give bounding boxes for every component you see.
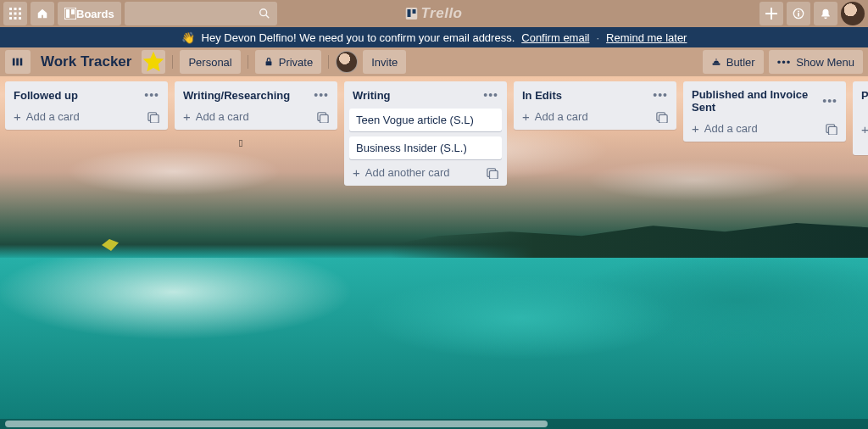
- lock-icon: [264, 57, 274, 67]
- horizontal-scrollbar[interactable]: [0, 419, 868, 429]
- list-title[interactable]: Pa: [861, 89, 868, 102]
- ellipsis-icon: •••: [483, 88, 498, 102]
- svg-rect-5: [19, 13, 21, 15]
- info-icon: [793, 8, 804, 20]
- svg-rect-7: [14, 17, 17, 20]
- star-board-button[interactable]: [142, 50, 165, 74]
- add-card-button[interactable]: +Add a card: [861, 110, 868, 148]
- card-template-button[interactable]: [317, 111, 329, 123]
- svg-rect-27: [151, 114, 159, 123]
- butler-label: Butler: [726, 56, 755, 69]
- board-view-button[interactable]: [5, 50, 31, 74]
- list-title[interactable]: In Edits: [522, 89, 562, 102]
- add-card-button[interactable]: +Add a card: [692, 122, 758, 135]
- invite-button[interactable]: Invite: [363, 50, 406, 74]
- add-card-button[interactable]: +Add a card: [522, 110, 588, 123]
- list-header: In Edits•••: [519, 86, 671, 103]
- add-another-card-button[interactable]: +Add another card: [353, 166, 450, 179]
- plus-icon: [765, 8, 777, 20]
- remind-later-link[interactable]: Remind me later: [606, 31, 687, 44]
- board-member-avatar[interactable]: [336, 51, 358, 73]
- ellipsis-icon: •••: [314, 88, 329, 102]
- butler-button[interactable]: Butler: [703, 50, 764, 74]
- info-button[interactable]: [787, 2, 810, 25]
- svg-rect-23: [265, 61, 271, 65]
- home-button[interactable]: [31, 2, 54, 25]
- visibility-label: Private: [279, 56, 313, 69]
- plus-icon: +: [692, 122, 699, 135]
- notifications-button[interactable]: [814, 2, 837, 25]
- list-footer: +Add a card: [688, 120, 841, 136]
- show-menu-button[interactable]: ••• Show Menu: [769, 50, 863, 74]
- card[interactable]: Business Insider (S.L.): [349, 136, 502, 159]
- board-canvas[interactable]: Followed up•••+Add a cardWriting/Researc…: [0, 76, 868, 186]
- card-template-button[interactable]: [487, 167, 498, 179]
- card-template-button[interactable]: [656, 111, 668, 123]
- card-template-button[interactable]: [147, 111, 159, 123]
- svg-line-13: [266, 15, 270, 19]
- list-header: Writing/Researching•••: [180, 86, 332, 103]
- list-footer: +Add a card: [858, 109, 868, 150]
- svg-rect-3: [9, 13, 12, 15]
- list-menu-button[interactable]: •••: [822, 94, 837, 108]
- scrollbar-thumb[interactable]: [5, 421, 548, 427]
- list-footer: +Add another card: [349, 164, 502, 181]
- trello-logo[interactable]: Trello: [406, 5, 463, 22]
- list-title[interactable]: Writing: [353, 89, 391, 102]
- star-icon: [142, 50, 165, 74]
- svg-rect-16: [413, 9, 416, 14]
- add-card-button[interactable]: +Add a card: [183, 110, 249, 123]
- board-header: Work Tracker Personal Private Invite But…: [0, 47, 868, 76]
- svg-rect-11: [71, 9, 75, 14]
- add-card-label: Add a card: [704, 122, 758, 135]
- create-button[interactable]: [760, 2, 783, 25]
- banner-wave-icon: 👋: [181, 31, 195, 44]
- trello-logo-text: Trello: [421, 5, 463, 22]
- list: Followed up•••+Add a card: [5, 81, 168, 130]
- search-input[interactable]: [125, 2, 277, 25]
- list-footer: +Add a card: [180, 109, 332, 125]
- list-title[interactable]: Followed up: [14, 89, 78, 102]
- butler-icon: [711, 57, 721, 67]
- visibility-button[interactable]: Private: [255, 50, 321, 74]
- list-menu-button[interactable]: •••: [483, 88, 498, 102]
- confirm-email-link[interactable]: Confirm email: [521, 31, 589, 44]
- list-title[interactable]: Writing/Researching: [183, 89, 290, 102]
- confirm-email-banner: 👋 Hey Devon Delfino! We need you to conf…: [0, 27, 868, 47]
- plus-icon: +: [183, 110, 191, 123]
- card-template-button[interactable]: [826, 123, 837, 135]
- board-title[interactable]: Work Tracker: [36, 53, 136, 70]
- invite-label: Invite: [371, 56, 398, 69]
- bell-icon: [820, 8, 832, 20]
- svg-rect-8: [19, 17, 21, 20]
- svg-rect-19: [798, 13, 799, 16]
- user-avatar[interactable]: [841, 2, 865, 25]
- add-card-label: Add another card: [365, 166, 450, 179]
- list-footer: +Add a card: [10, 109, 163, 125]
- boards-icon: [64, 8, 76, 20]
- add-card-button[interactable]: +Add a card: [14, 110, 80, 123]
- card[interactable]: Teen Vogue article (S.L): [349, 109, 502, 131]
- list-title[interactable]: Published and Invoice Sent: [692, 88, 822, 114]
- svg-rect-6: [9, 17, 12, 20]
- list: Published and Invoice Sent•••+Add a card: [683, 81, 846, 142]
- svg-rect-24: [712, 64, 720, 65]
- team-button[interactable]: Personal: [180, 50, 240, 74]
- apps-button[interactable]: [3, 2, 27, 25]
- home-icon: [36, 8, 48, 20]
- svg-rect-0: [9, 8, 12, 10]
- svg-rect-35: [829, 126, 837, 135]
- list-menu-button[interactable]: •••: [653, 88, 668, 102]
- apps-grid-icon: [9, 8, 21, 20]
- svg-rect-15: [408, 9, 411, 17]
- list-menu-button[interactable]: •••: [144, 88, 159, 102]
- svg-rect-4: [14, 13, 17, 15]
- list-menu-button[interactable]: •••: [314, 88, 329, 102]
- top-nav-bar: Boards Trello: [0, 0, 868, 27]
- svg-rect-22: [20, 58, 23, 66]
- boards-button[interactable]: Boards: [58, 2, 121, 25]
- list: Writing/Researching•••+Add a card: [175, 81, 337, 130]
- svg-rect-20: [13, 58, 15, 66]
- svg-rect-21: [16, 58, 19, 66]
- plus-icon: +: [522, 110, 530, 123]
